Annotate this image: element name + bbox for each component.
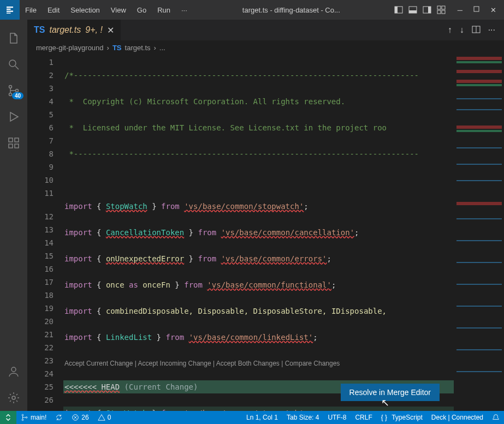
resolve-merge-editor-button[interactable]: Resolve in Merge Editor [341, 384, 440, 401]
accept-current-link[interactable]: Accept Current Change [64, 360, 133, 367]
remote-indicator[interactable] [0, 411, 16, 424]
next-change-icon[interactable]: ↓ [460, 25, 464, 35]
git-branch[interactable]: main! [16, 411, 51, 424]
problems-warnings[interactable]: 0 [93, 411, 116, 424]
svg-rect-10 [474, 7, 479, 11]
source-control-icon[interactable]: 40 [1, 77, 27, 104]
accept-incoming-link[interactable]: Accept Incoming Change [138, 360, 211, 367]
layout-controls [390, 5, 450, 14]
svg-rect-6 [437, 6, 441, 9]
code-editor[interactable]: /*--------------------------------------… [63, 55, 454, 411]
status-bar: main! 26 0 Ln 1, Col 1 Tab Size: 4 UTF-8… [0, 411, 504, 424]
toggle-panel-left-icon[interactable] [394, 5, 403, 14]
problems-errors[interactable]: 26 [67, 411, 93, 424]
tab-target-ts[interactable]: TS target.ts 9+, ! ✕ [27, 20, 121, 40]
svg-point-24 [22, 414, 23, 416]
svg-rect-9 [442, 10, 445, 14]
conflict-codelens: Accept Current Change | Accept Incoming … [63, 357, 454, 367]
breadcrumb-folder[interactable]: merge-git-playground [36, 44, 104, 52]
deck-status[interactable]: Deck | Connected [427, 411, 488, 424]
run-debug-icon[interactable] [1, 104, 27, 130]
extensions-icon[interactable] [1, 130, 27, 156]
close-tab-icon[interactable]: ✕ [107, 25, 114, 35]
svg-point-21 [12, 396, 15, 399]
svg-rect-8 [437, 10, 441, 14]
window-title: target.ts - diffing-dataset - Co... [193, 6, 390, 14]
typescript-icon: TS [34, 25, 45, 35]
svg-rect-7 [442, 6, 445, 9]
svg-point-13 [9, 86, 12, 88]
search-icon[interactable] [1, 51, 27, 77]
svg-point-14 [9, 93, 12, 96]
menu-run[interactable]: Run [152, 6, 176, 14]
menu-more[interactable]: ··· [176, 6, 193, 14]
maximize-icon[interactable] [473, 6, 479, 14]
chevron-right-icon: › [107, 44, 109, 52]
svg-line-12 [15, 66, 19, 69]
breadcrumb[interactable]: merge-git-playground › TS target.ts › ..… [27, 40, 504, 55]
chevron-right-icon: › [154, 44, 156, 52]
accept-both-link[interactable]: Accept Both Changes [216, 360, 280, 367]
split-editor-icon[interactable] [472, 25, 481, 35]
svg-point-26 [26, 417, 27, 419]
accounts-icon[interactable] [1, 359, 27, 385]
svg-rect-3 [409, 10, 417, 13]
menu-bar: File Edit Selection View Go Run ··· [20, 6, 193, 14]
window-controls: ─ ✕ [450, 6, 504, 14]
line-gutter: 1234567891011 12131415161718192021222324… [27, 55, 63, 411]
svg-point-20 [11, 367, 16, 372]
svg-rect-18 [15, 144, 19, 148]
tab-filename: target.ts [49, 25, 81, 35]
more-actions-icon[interactable]: ··· [488, 25, 495, 35]
svg-rect-17 [9, 144, 13, 148]
toggle-panel-bottom-icon[interactable] [408, 5, 417, 14]
menu-edit[interactable]: Edit [42, 6, 65, 14]
customize-layout-icon[interactable] [437, 5, 446, 14]
prev-change-icon[interactable]: ↑ [448, 25, 452, 35]
tab-modified-indicator: 9+, ! [85, 25, 103, 35]
tab-size[interactable]: Tab Size: 4 [282, 411, 323, 424]
explorer-icon[interactable] [1, 25, 27, 51]
eol[interactable]: CRLF [351, 411, 376, 424]
menu-selection[interactable]: Selection [65, 6, 105, 14]
svg-point-11 [9, 60, 16, 67]
typescript-icon: TS [112, 44, 122, 52]
app-logo [0, 0, 20, 20]
sync-changes[interactable] [51, 411, 67, 424]
scm-badge: 40 [12, 92, 23, 99]
menu-file[interactable]: File [20, 6, 42, 14]
menu-view[interactable]: View [105, 6, 132, 14]
titlebar: File Edit Selection View Go Run ··· targ… [0, 0, 504, 20]
language-mode[interactable]: { }TypeScript [377, 411, 427, 424]
compare-changes-link[interactable]: Compare Changes [285, 360, 340, 367]
minimize-icon[interactable]: ─ [458, 6, 463, 14]
svg-rect-5 [428, 7, 431, 13]
menu-go[interactable]: Go [132, 6, 152, 14]
cursor-position[interactable]: Ln 1, Col 1 [242, 411, 282, 424]
encoding[interactable]: UTF-8 [323, 411, 351, 424]
editor-area: TS target.ts 9+, ! ✕ ↑ ↓ ··· merge-git-p… [27, 20, 504, 411]
svg-point-15 [16, 89, 19, 92]
editor-tabs: TS target.ts 9+, ! ✕ ↑ ↓ ··· [27, 20, 504, 40]
toggle-panel-right-icon[interactable] [423, 5, 431, 14]
minimap[interactable] [454, 55, 504, 411]
notifications-icon[interactable] [488, 411, 504, 424]
breadcrumb-more[interactable]: ... [159, 44, 165, 52]
svg-rect-19 [15, 138, 19, 142]
svg-rect-16 [9, 138, 13, 142]
breadcrumb-file[interactable]: target.ts [125, 44, 151, 52]
svg-rect-1 [395, 7, 398, 13]
svg-point-25 [22, 419, 23, 421]
activity-bar: 40 [0, 20, 27, 411]
settings-gear-icon[interactable] [1, 385, 27, 411]
close-window-icon[interactable]: ✕ [490, 6, 496, 14]
